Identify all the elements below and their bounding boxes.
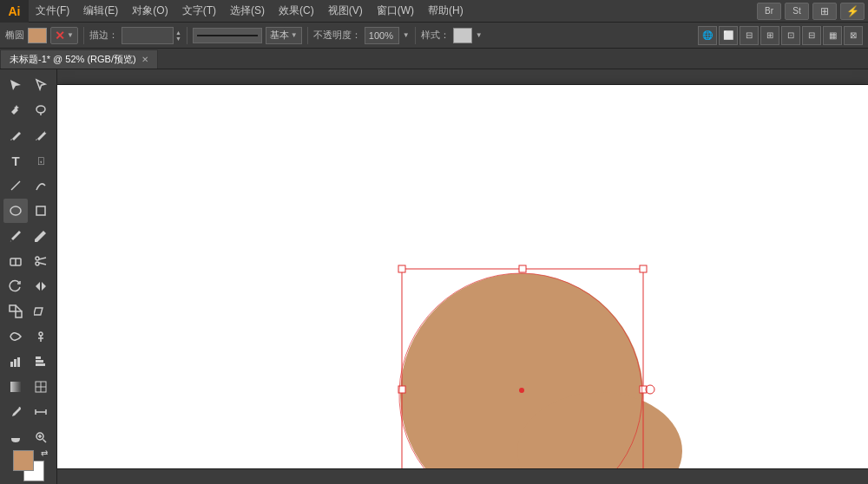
svg-line-10 (39, 258, 46, 259)
svg-rect-19 (10, 362, 13, 367)
align-icon-3[interactable]: ⊡ (781, 26, 800, 45)
tab-untitled[interactable]: 未标题-1* @ 52% (RGB/预览) ✕ (0, 49, 158, 69)
workspace-btn[interactable]: ⊞ (812, 3, 837, 20)
type-vertical-tool[interactable]: ⌺ (29, 148, 53, 173)
bar-graph-tool[interactable] (29, 350, 53, 374)
stroke-dropdown-arrow[interactable]: ▼ (67, 31, 74, 39)
handle-tr[interactable] (640, 265, 647, 272)
tool-row-4: T ⌺ (3, 148, 53, 173)
style-dropdown[interactable]: ▼ (476, 31, 483, 39)
opacity-label: 不透明度： (313, 29, 361, 42)
tab-close-btn[interactable]: ✕ (141, 55, 148, 64)
menu-object[interactable]: 对象(O) (125, 0, 174, 22)
align-icon-1[interactable]: ⊟ (740, 26, 759, 45)
puppet-warp-tool[interactable] (29, 324, 53, 349)
toolbar: 椭圆 ✕ ▼ 描边： ▲ ▼ 基本 ▼ 不透明度： 100% ▼ 样式： ▼ 🌐… (0, 23, 868, 49)
align-icon-4[interactable]: ⊟ (802, 26, 821, 45)
scissors-tool[interactable] (29, 249, 53, 273)
svg-point-9 (36, 262, 39, 265)
gradient-tool[interactable] (3, 375, 28, 399)
type-tool[interactable]: T (3, 148, 28, 173)
svg-rect-24 (36, 363, 45, 366)
bridge-btn[interactable]: Br (757, 3, 781, 20)
scale-tool[interactable] (3, 299, 28, 324)
bottom-ruler (57, 468, 868, 484)
stock-btn[interactable]: St (785, 3, 809, 20)
arc-tool[interactable] (29, 173, 53, 198)
separator-2 (187, 27, 187, 44)
tool-row-1 (3, 73, 53, 97)
direct-select-tool[interactable] (29, 73, 53, 97)
menu-view[interactable]: 视图(V) (321, 0, 370, 22)
mesh-tool[interactable] (29, 375, 53, 399)
align-icon-2[interactable]: ⊞ (760, 26, 779, 45)
separator-3 (307, 27, 308, 44)
select-tool[interactable] (3, 73, 28, 97)
warp-tool[interactable] (3, 324, 28, 349)
measure-tool[interactable] (29, 400, 53, 424)
menu-edit[interactable]: 编辑(E) (76, 0, 125, 22)
svg-point-4 (10, 206, 21, 215)
line-style-combo[interactable]: 基本 ▼ (266, 27, 302, 44)
style-swatch[interactable] (453, 28, 472, 43)
handle-tm[interactable] (519, 265, 526, 272)
svg-text:+: + (43, 129, 47, 137)
opacity-input[interactable]: 100% (365, 27, 399, 44)
eraser-tool[interactable] (3, 249, 28, 273)
opacity-dropdown[interactable]: ▼ (403, 31, 410, 39)
mask-icon[interactable]: ⬜ (719, 26, 738, 45)
zoom-tool[interactable] (29, 425, 53, 449)
tabbar: 未标题-1* @ 52% (RGB/预览) ✕ (0, 49, 868, 69)
foreground-color[interactable] (13, 450, 34, 471)
svg-rect-20 (14, 359, 16, 367)
menu-window[interactable]: 窗口(W) (370, 0, 421, 22)
column-graph-tool[interactable] (3, 350, 28, 374)
brush-tool[interactable] (3, 224, 28, 248)
globe-icon[interactable]: 🌐 (698, 26, 717, 45)
rect-tool[interactable] (29, 199, 53, 223)
style-label: 样式： (421, 29, 450, 42)
stroke-width-input[interactable] (122, 27, 174, 44)
spin-down[interactable]: ▼ (175, 36, 181, 42)
line-tool[interactable] (3, 173, 28, 198)
tool-row-6 (3, 199, 53, 223)
svg-rect-21 (17, 357, 20, 367)
line-preview[interactable] (193, 28, 262, 43)
shear-tool[interactable] (29, 299, 53, 324)
pen-tool[interactable] (3, 123, 28, 147)
reflect-tool[interactable] (29, 274, 53, 298)
opacity-value: 100% (369, 30, 393, 41)
menu-file[interactable]: 文件(F) (29, 0, 76, 22)
canvas-area[interactable] (57, 69, 868, 484)
tool-row-12 (3, 350, 53, 374)
toolbar-right-icons: 🌐 ⬜ ⊟ ⊞ ⊡ ⊟ ▦ ⊠ (698, 26, 863, 45)
ellipse-tool[interactable] (3, 199, 28, 223)
align-icon-5[interactable]: ▦ (823, 26, 842, 45)
menu-help[interactable]: 帮助(H) (421, 0, 470, 22)
svg-rect-22 (36, 356, 41, 359)
hand-tool[interactable] (3, 425, 28, 449)
align-icon-6[interactable]: ⊠ (844, 26, 863, 45)
rotate-tool[interactable] (3, 274, 28, 298)
stroke-spinner[interactable]: ▲ ▼ (175, 29, 181, 42)
menubar: Ai 文件(F) 编辑(E) 对象(O) 文字(T) 选择(S) 效果(C) 视… (0, 0, 868, 23)
add-anchor-tool[interactable]: + (29, 123, 53, 147)
menu-effect[interactable]: 效果(C) (272, 0, 321, 22)
menu-select[interactable]: 选择(S) (223, 0, 272, 22)
tool-row-11 (3, 324, 53, 349)
menu-text[interactable]: 文字(T) (175, 0, 223, 22)
eyedropper-tool[interactable] (3, 400, 28, 424)
spin-up[interactable]: ▲ (175, 29, 181, 36)
magic-wand-tool[interactable] (3, 98, 28, 122)
extra-btn[interactable]: ⚡ (840, 3, 865, 20)
stroke-btn[interactable]: ✕ ▼ (50, 27, 78, 44)
fill-swatch[interactable] (28, 28, 47, 43)
handle-tl[interactable] (398, 265, 405, 272)
pencil-tool[interactable] (29, 224, 53, 248)
tool-row-5 (3, 173, 53, 198)
swap-colors-icon[interactable]: ⇄ (41, 448, 48, 458)
shape-svg (57, 69, 868, 484)
svg-rect-23 (36, 360, 43, 363)
svg-rect-13 (16, 311, 22, 317)
lasso-tool[interactable] (29, 98, 53, 122)
